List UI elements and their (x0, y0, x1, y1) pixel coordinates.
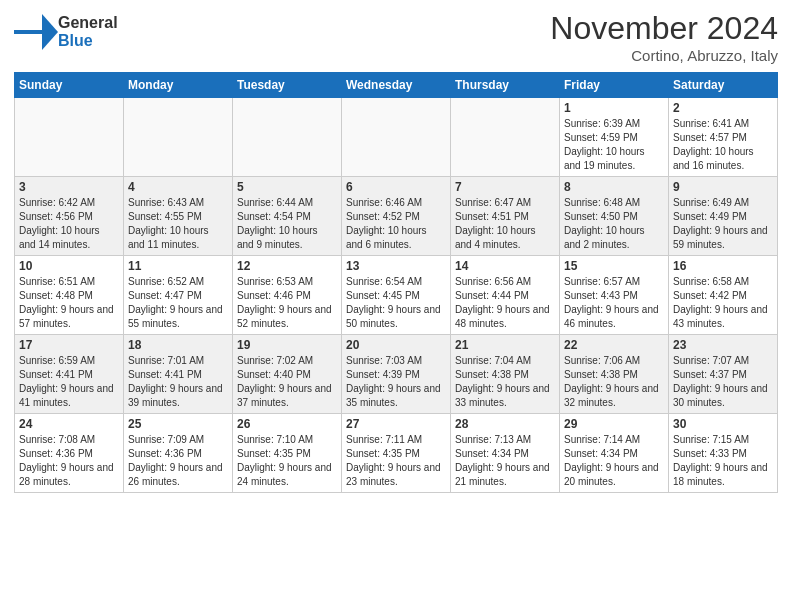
day-info: Sunrise: 7:15 AM Sunset: 4:33 PM Dayligh… (673, 433, 773, 489)
day-number: 13 (346, 259, 446, 273)
header: General Blue November 2024 Cortino, Abru… (14, 10, 778, 64)
day-info: Sunrise: 6:39 AM Sunset: 4:59 PM Dayligh… (564, 117, 664, 173)
calendar-day: 27Sunrise: 7:11 AM Sunset: 4:35 PM Dayli… (342, 414, 451, 493)
header-tuesday: Tuesday (233, 73, 342, 98)
day-number: 27 (346, 417, 446, 431)
calendar-day: 17Sunrise: 6:59 AM Sunset: 4:41 PM Dayli… (15, 335, 124, 414)
calendar-day: 7Sunrise: 6:47 AM Sunset: 4:51 PM Daylig… (451, 177, 560, 256)
day-number: 23 (673, 338, 773, 352)
calendar-day (233, 98, 342, 177)
day-number: 12 (237, 259, 337, 273)
day-info: Sunrise: 6:56 AM Sunset: 4:44 PM Dayligh… (455, 275, 555, 331)
day-number: 15 (564, 259, 664, 273)
day-info: Sunrise: 6:42 AM Sunset: 4:56 PM Dayligh… (19, 196, 119, 252)
calendar-day: 3Sunrise: 6:42 AM Sunset: 4:56 PM Daylig… (15, 177, 124, 256)
day-number: 8 (564, 180, 664, 194)
header-thursday: Thursday (451, 73, 560, 98)
calendar-week-4: 17Sunrise: 6:59 AM Sunset: 4:41 PM Dayli… (15, 335, 778, 414)
logo-icon (14, 10, 58, 54)
day-info: Sunrise: 7:06 AM Sunset: 4:38 PM Dayligh… (564, 354, 664, 410)
day-number: 26 (237, 417, 337, 431)
calendar-day: 25Sunrise: 7:09 AM Sunset: 4:36 PM Dayli… (124, 414, 233, 493)
day-number: 14 (455, 259, 555, 273)
day-number: 21 (455, 338, 555, 352)
day-number: 10 (19, 259, 119, 273)
calendar-week-2: 3Sunrise: 6:42 AM Sunset: 4:56 PM Daylig… (15, 177, 778, 256)
calendar-day: 16Sunrise: 6:58 AM Sunset: 4:42 PM Dayli… (669, 256, 778, 335)
day-info: Sunrise: 6:49 AM Sunset: 4:49 PM Dayligh… (673, 196, 773, 252)
logo: General Blue (14, 10, 118, 54)
calendar-day: 11Sunrise: 6:52 AM Sunset: 4:47 PM Dayli… (124, 256, 233, 335)
calendar-day: 1Sunrise: 6:39 AM Sunset: 4:59 PM Daylig… (560, 98, 669, 177)
day-number: 18 (128, 338, 228, 352)
day-number: 9 (673, 180, 773, 194)
day-info: Sunrise: 7:13 AM Sunset: 4:34 PM Dayligh… (455, 433, 555, 489)
calendar-day: 23Sunrise: 7:07 AM Sunset: 4:37 PM Dayli… (669, 335, 778, 414)
day-info: Sunrise: 6:51 AM Sunset: 4:48 PM Dayligh… (19, 275, 119, 331)
day-number: 29 (564, 417, 664, 431)
day-info: Sunrise: 6:41 AM Sunset: 4:57 PM Dayligh… (673, 117, 773, 173)
day-info: Sunrise: 7:10 AM Sunset: 4:35 PM Dayligh… (237, 433, 337, 489)
calendar-day: 14Sunrise: 6:56 AM Sunset: 4:44 PM Dayli… (451, 256, 560, 335)
calendar-day: 4Sunrise: 6:43 AM Sunset: 4:55 PM Daylig… (124, 177, 233, 256)
calendar-day (15, 98, 124, 177)
month-title: November 2024 (550, 10, 778, 47)
calendar-day: 22Sunrise: 7:06 AM Sunset: 4:38 PM Dayli… (560, 335, 669, 414)
day-number: 28 (455, 417, 555, 431)
location: Cortino, Abruzzo, Italy (550, 47, 778, 64)
header-monday: Monday (124, 73, 233, 98)
calendar-day (124, 98, 233, 177)
calendar-day: 6Sunrise: 6:46 AM Sunset: 4:52 PM Daylig… (342, 177, 451, 256)
day-number: 24 (19, 417, 119, 431)
calendar-day: 9Sunrise: 6:49 AM Sunset: 4:49 PM Daylig… (669, 177, 778, 256)
day-info: Sunrise: 7:08 AM Sunset: 4:36 PM Dayligh… (19, 433, 119, 489)
day-info: Sunrise: 6:44 AM Sunset: 4:54 PM Dayligh… (237, 196, 337, 252)
svg-rect-1 (14, 30, 46, 34)
calendar-day: 5Sunrise: 6:44 AM Sunset: 4:54 PM Daylig… (233, 177, 342, 256)
day-number: 3 (19, 180, 119, 194)
title-block: November 2024 Cortino, Abruzzo, Italy (550, 10, 778, 64)
calendar-day: 8Sunrise: 6:48 AM Sunset: 4:50 PM Daylig… (560, 177, 669, 256)
header-wednesday: Wednesday (342, 73, 451, 98)
day-info: Sunrise: 6:47 AM Sunset: 4:51 PM Dayligh… (455, 196, 555, 252)
day-number: 4 (128, 180, 228, 194)
day-number: 17 (19, 338, 119, 352)
calendar-day: 21Sunrise: 7:04 AM Sunset: 4:38 PM Dayli… (451, 335, 560, 414)
calendar-day: 2Sunrise: 6:41 AM Sunset: 4:57 PM Daylig… (669, 98, 778, 177)
day-number: 2 (673, 101, 773, 115)
day-info: Sunrise: 7:11 AM Sunset: 4:35 PM Dayligh… (346, 433, 446, 489)
day-number: 5 (237, 180, 337, 194)
day-number: 19 (237, 338, 337, 352)
day-info: Sunrise: 6:54 AM Sunset: 4:45 PM Dayligh… (346, 275, 446, 331)
calendar-week-1: 1Sunrise: 6:39 AM Sunset: 4:59 PM Daylig… (15, 98, 778, 177)
day-info: Sunrise: 6:43 AM Sunset: 4:55 PM Dayligh… (128, 196, 228, 252)
calendar-day: 24Sunrise: 7:08 AM Sunset: 4:36 PM Dayli… (15, 414, 124, 493)
day-number: 22 (564, 338, 664, 352)
day-number: 1 (564, 101, 664, 115)
header-saturday: Saturday (669, 73, 778, 98)
day-info: Sunrise: 6:59 AM Sunset: 4:41 PM Dayligh… (19, 354, 119, 410)
calendar-day: 13Sunrise: 6:54 AM Sunset: 4:45 PM Dayli… (342, 256, 451, 335)
day-info: Sunrise: 6:52 AM Sunset: 4:47 PM Dayligh… (128, 275, 228, 331)
calendar-table: Sunday Monday Tuesday Wednesday Thursday… (14, 72, 778, 493)
calendar-week-5: 24Sunrise: 7:08 AM Sunset: 4:36 PM Dayli… (15, 414, 778, 493)
day-number: 16 (673, 259, 773, 273)
calendar-day: 30Sunrise: 7:15 AM Sunset: 4:33 PM Dayli… (669, 414, 778, 493)
day-number: 11 (128, 259, 228, 273)
day-number: 6 (346, 180, 446, 194)
calendar-day: 20Sunrise: 7:03 AM Sunset: 4:39 PM Dayli… (342, 335, 451, 414)
day-info: Sunrise: 7:07 AM Sunset: 4:37 PM Dayligh… (673, 354, 773, 410)
logo-general-text: General (58, 14, 118, 32)
day-number: 20 (346, 338, 446, 352)
day-info: Sunrise: 7:09 AM Sunset: 4:36 PM Dayligh… (128, 433, 228, 489)
calendar-day: 18Sunrise: 7:01 AM Sunset: 4:41 PM Dayli… (124, 335, 233, 414)
calendar-day (451, 98, 560, 177)
day-info: Sunrise: 6:48 AM Sunset: 4:50 PM Dayligh… (564, 196, 664, 252)
calendar-day: 19Sunrise: 7:02 AM Sunset: 4:40 PM Dayli… (233, 335, 342, 414)
day-info: Sunrise: 7:14 AM Sunset: 4:34 PM Dayligh… (564, 433, 664, 489)
day-info: Sunrise: 7:01 AM Sunset: 4:41 PM Dayligh… (128, 354, 228, 410)
day-number: 25 (128, 417, 228, 431)
header-friday: Friday (560, 73, 669, 98)
calendar-day: 10Sunrise: 6:51 AM Sunset: 4:48 PM Dayli… (15, 256, 124, 335)
day-info: Sunrise: 7:02 AM Sunset: 4:40 PM Dayligh… (237, 354, 337, 410)
